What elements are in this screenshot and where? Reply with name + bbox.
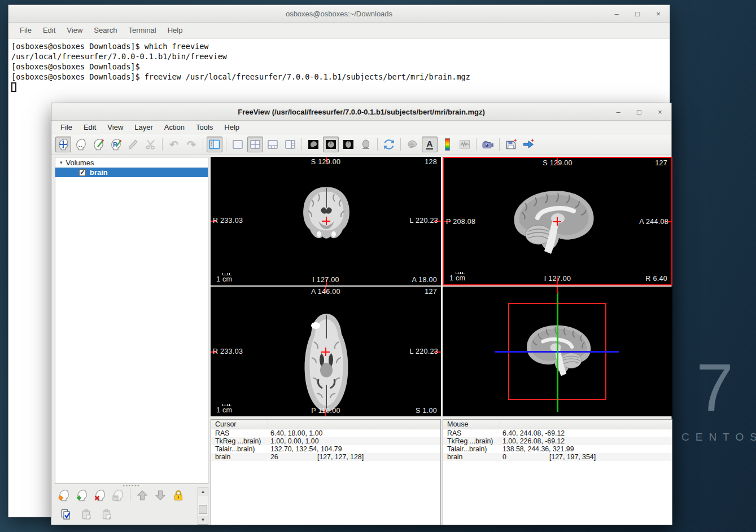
axial-brain-slice <box>295 310 358 414</box>
terminal-menu-help[interactable]: Help <box>162 26 189 34</box>
scrollbar-thumb[interactable] <box>199 505 207 514</box>
volumes-group-header[interactable]: ▾ Volumes <box>55 157 208 168</box>
cut-line-icon[interactable] <box>143 137 159 152</box>
scrollbar-track[interactable] <box>198 496 208 516</box>
layout-2x2-icon[interactable] <box>247 137 263 152</box>
slice-number: 128 <box>425 158 437 166</box>
terminal-line: /usr/local/freesurfer/7.0.0-0.1.b1/bin/f… <box>11 51 670 61</box>
anterior-label: A 18.00 <box>412 276 437 284</box>
undo-icon[interactable]: ↶ <box>166 137 182 152</box>
goto-point-icon[interactable] <box>521 137 536 152</box>
move-layer-up-icon[interactable] <box>134 487 150 503</box>
paste-settings-all-icon[interactable] <box>99 507 115 522</box>
recon-edit-icon[interactable] <box>90 137 106 152</box>
redo-icon[interactable]: ↷ <box>183 137 199 152</box>
close-volume-icon[interactable] <box>92 487 108 503</box>
minimize-icon[interactable]: – <box>614 108 623 116</box>
left-ras-label: L 220.23 <box>409 217 438 225</box>
mouse-panel-header[interactable]: Mouse <box>443 420 672 429</box>
cursor-panel-header[interactable]: Cursor <box>211 420 440 429</box>
freeview-menu-view[interactable]: View <box>102 123 129 131</box>
terminal-menu-search[interactable]: Search <box>88 26 123 34</box>
superior-label: S 1.00 <box>416 407 437 415</box>
show-control-panel-icon[interactable] <box>207 137 222 152</box>
scroll-down-icon[interactable]: ▼ <box>198 516 208 524</box>
scroll-up-icon[interactable]: ▲ <box>198 487 208 496</box>
panel-splitter-handle[interactable]: •••••• <box>55 485 208 487</box>
toolbar-separator <box>301 138 302 151</box>
new-volume-icon[interactable] <box>74 487 90 503</box>
reset-view-icon[interactable] <box>381 137 397 152</box>
layout-1x3-icon[interactable] <box>265 137 281 152</box>
anterior-label: A 146.00 <box>311 288 340 296</box>
freeview-menu-layer[interactable]: Layer <box>129 123 159 131</box>
coronal-view[interactable]: S 129.00 128 R 233.03 L 220.23 I 127.00 … <box>211 157 441 285</box>
layer-toolbar-row1 <box>56 487 195 503</box>
freeview-menu-tools[interactable]: Tools <box>190 123 219 131</box>
scale-ruler: 1 cm <box>216 406 232 414</box>
terminal-titlebar[interactable]: osboxes@osboxes:~/Downloads – □ × <box>8 5 670 23</box>
select-all-layers-icon[interactable] <box>58 507 74 522</box>
layer-row-brain[interactable]: ✓ brain <box>55 168 208 177</box>
maximize-icon[interactable]: □ <box>633 10 642 18</box>
view-area: S 129.00 128 R 233.03 L 220.23 I 127.00 … <box>211 157 672 526</box>
posterior-label: P 208.08 <box>446 218 475 226</box>
pointset-edit-icon[interactable] <box>125 137 141 152</box>
layout-1x3-side-icon[interactable] <box>282 137 298 152</box>
voxel-edit-icon[interactable] <box>73 137 89 152</box>
terminal-menu-terminal[interactable]: Terminal <box>123 26 162 34</box>
paste-settings-icon[interactable] <box>78 507 94 522</box>
slice-tick <box>557 287 558 293</box>
close-icon[interactable]: × <box>656 108 665 116</box>
centos-name: CENTOS <box>675 431 754 443</box>
save-volume-icon[interactable] <box>110 487 126 503</box>
superior-label: S 129.00 <box>543 159 572 167</box>
load-volume-icon[interactable] <box>56 487 72 503</box>
close-icon[interactable]: × <box>654 10 663 18</box>
freeview-menu-edit[interactable]: Edit <box>78 123 102 131</box>
collapse-triangle-icon[interactable]: ▾ <box>60 160 63 165</box>
layer-visibility-checkbox[interactable]: ✓ <box>79 169 86 176</box>
freeview-menu-file[interactable]: File <box>55 123 78 131</box>
cursor-crosshair <box>322 217 330 225</box>
sagittal-view-active[interactable]: S 129.00 127 P 208.08 A 244.08 I 127.00 … <box>443 157 672 285</box>
right-ras-label: R 6.40 <box>645 275 667 283</box>
lock-layer-icon[interactable] <box>171 487 186 503</box>
freeview-menubar: File Edit View Layer Action Tools Help <box>51 121 671 134</box>
slice-number: 127 <box>425 288 437 296</box>
maximize-icon[interactable]: □ <box>635 108 644 116</box>
layout-1x1-icon[interactable] <box>230 137 246 152</box>
terminal-menu-view[interactable]: View <box>61 26 88 34</box>
show-surface-icon[interactable] <box>404 137 420 152</box>
layer-panel: ▾ Volumes ✓ brain <box>55 157 208 484</box>
toolbar-separator <box>400 138 401 151</box>
view-sagittal-icon[interactable] <box>305 137 321 152</box>
freeview-menu-action[interactable]: Action <box>159 123 190 131</box>
coronal-brain-slice <box>295 184 358 245</box>
view-coronal-icon[interactable] <box>323 137 339 152</box>
color-scale-icon[interactable] <box>439 137 455 152</box>
left-ras-label: L 220.23 <box>409 348 438 355</box>
roi-edit-icon[interactable]: R <box>108 137 124 152</box>
axial-view[interactable]: A 146.00 127 R 233.03 L 220.23 P 110.00 … <box>211 287 441 416</box>
svg-text:R: R <box>113 141 117 148</box>
navigate-icon[interactable] <box>55 137 71 152</box>
terminal-menu-file[interactable]: File <box>14 26 37 34</box>
minimize-icon[interactable]: – <box>612 10 621 18</box>
move-layer-down-icon[interactable] <box>152 487 168 503</box>
view-axial-icon[interactable] <box>340 137 356 152</box>
terminal-menu-edit[interactable]: Edit <box>37 26 61 34</box>
freeview-titlebar[interactable]: FreeView (/usr/local/freesurfer/7.0.0-0.… <box>51 103 671 121</box>
scale-ruler: 1 cm <box>449 274 465 282</box>
save-point-set-icon[interactable] <box>503 137 519 152</box>
posterior-label: P 110.00 <box>311 407 340 415</box>
three-d-view[interactable] <box>443 287 672 416</box>
table-row: TkReg ...brain) 1.00, 226.08, -69.12 <box>443 437 672 445</box>
freeview-menu-help[interactable]: Help <box>219 123 245 131</box>
show-label-icon[interactable]: A <box>422 137 438 152</box>
histogram-icon[interactable] <box>457 137 473 152</box>
screenshot-icon[interactable] <box>480 137 496 152</box>
layer-panel-scrollbar[interactable]: ▲ ▼ <box>198 487 208 525</box>
view-3d-icon[interactable] <box>358 137 374 152</box>
table-row: brain 0 [127, 197, 354] <box>443 453 672 461</box>
